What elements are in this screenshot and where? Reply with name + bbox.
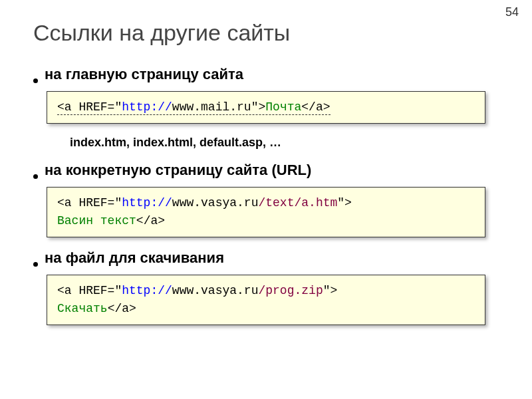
code-link-text: Васин текст — [57, 214, 136, 227]
index-note: index.htm, index.html, default.asp, … — [70, 136, 499, 150]
bullet-item: на главную страницу сайта — [33, 66, 499, 83]
bullet-icon — [33, 174, 38, 179]
bullet-icon — [33, 262, 38, 267]
code-fragment: <a HREF=" — [57, 196, 122, 209]
code-url-protocol: http:// — [122, 196, 172, 209]
code-url-path: /prog.zip — [258, 284, 323, 297]
code-link-text: Скачать — [57, 302, 108, 315]
code-example-2: <a HREF="http://www.vasya.ru/text/a.htm"… — [47, 187, 485, 237]
code-fragment: <a HREF=" — [57, 284, 122, 297]
code-fragment: </a> — [301, 100, 330, 114]
code-fragment: </a> — [108, 302, 136, 315]
slide-content: на главную страницу сайта <a HREF="http:… — [0, 66, 532, 325]
code-fragment: "> — [323, 284, 338, 297]
code-url-host: www.mail.ru — [172, 100, 251, 114]
bullet-text: на файл для скачивания — [45, 249, 224, 267]
bullet-icon — [33, 78, 38, 83]
bullet-item: на файл для скачивания — [33, 249, 499, 267]
bullet-text: на главную страницу сайта — [45, 66, 243, 83]
code-url-path: /text/a.htm — [258, 196, 337, 209]
code-example-1: <a HREF="http://www.mail.ru">Почта</a> — [47, 91, 485, 124]
bullet-item: на конкретную страницу сайта (URL) — [33, 162, 499, 179]
code-fragment: <a HREF=" — [57, 100, 122, 114]
code-fragment: "> — [251, 100, 266, 114]
bullet-text: на конкретную страницу сайта (URL) — [45, 162, 311, 179]
code-example-3: <a HREF="http://www.vasya.ru/prog.zip"> … — [47, 275, 485, 325]
code-fragment: </a> — [136, 214, 165, 227]
code-url-host: www.vasya.ru — [172, 284, 259, 297]
code-url-protocol: http:// — [122, 284, 172, 297]
code-url-protocol: http:// — [122, 100, 172, 114]
code-fragment: "> — [337, 196, 352, 209]
code-link-text: Почта — [265, 100, 301, 114]
slide-title: Ссылки на другие сайты — [0, 0, 532, 59]
page-number: 54 — [505, 5, 519, 19]
code-url-host: www.vasya.ru — [172, 196, 259, 209]
